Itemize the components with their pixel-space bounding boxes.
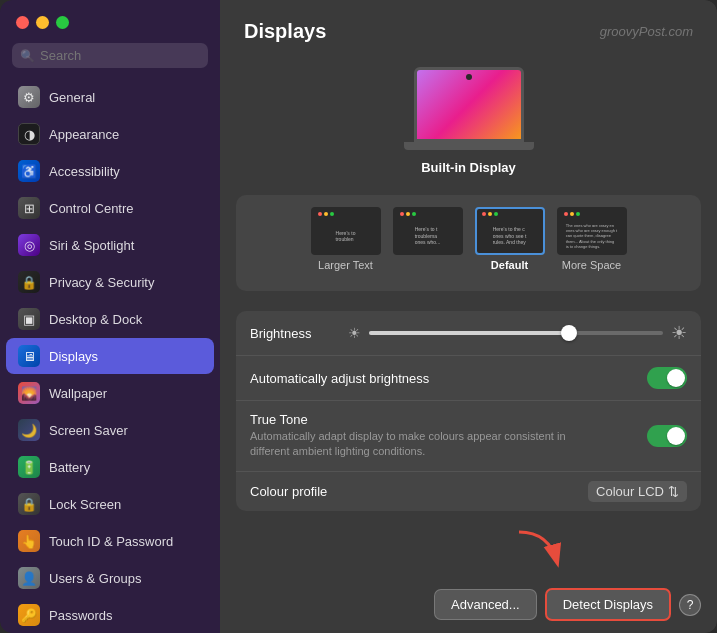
- close-button[interactable]: [16, 16, 29, 29]
- resolution-options: Here's totroublen Larger Text Here's to …: [248, 207, 689, 271]
- passwords-icon: 🔑: [18, 604, 40, 626]
- lock-icon: 🔒: [18, 493, 40, 515]
- true-tone-title: True Tone: [250, 412, 590, 427]
- brightness-high-icon: ☀: [671, 322, 687, 344]
- main-header: Displays groovyPost.com: [220, 0, 717, 57]
- sidebar-item-screensaver[interactable]: 🌙 Screen Saver: [6, 412, 214, 448]
- res-preview-more-space: The ones who are crazy enones who are cr…: [557, 207, 627, 255]
- main-content: Displays groovyPost.com Built-in Display…: [220, 0, 717, 633]
- privacy-icon: 🔒: [18, 271, 40, 293]
- sidebar-item-privacy[interactable]: 🔒 Privacy & Security: [6, 264, 214, 300]
- brightness-low-icon: ☀: [348, 325, 361, 341]
- brightness-slider[interactable]: [369, 331, 663, 335]
- displays-icon: 🖥: [18, 345, 40, 367]
- true-tone-label-group: True Tone Automatically adapt display to…: [250, 412, 590, 460]
- minimize-button[interactable]: [36, 16, 49, 29]
- res-label-default: Default: [491, 259, 528, 271]
- sidebar-label-accessibility: Accessibility: [49, 164, 120, 179]
- true-tone-row: True Tone Automatically adapt display to…: [236, 401, 701, 472]
- colour-profile-value-text: Colour LCD: [596, 484, 664, 499]
- sidebar-label-battery: Battery: [49, 460, 90, 475]
- sidebar-label-appearance: Appearance: [49, 127, 119, 142]
- users-icon: 👤: [18, 567, 40, 589]
- sidebar-label-wallpaper: Wallpaper: [49, 386, 107, 401]
- true-tone-toggle[interactable]: [647, 425, 687, 447]
- display-preview: Built-in Display: [220, 57, 717, 195]
- sidebar-label-screensaver: Screen Saver: [49, 423, 128, 438]
- search-icon: 🔍: [20, 49, 35, 63]
- resolution-medium[interactable]: Here's to ttroublemaones who...: [393, 207, 463, 271]
- sidebar-item-appearance[interactable]: ◑ Appearance: [6, 116, 214, 152]
- maximize-button[interactable]: [56, 16, 69, 29]
- brightness-thumb[interactable]: [561, 325, 577, 341]
- sidebar-item-users[interactable]: 👤 Users & Groups: [6, 560, 214, 596]
- battery-icon: 🔋: [18, 456, 40, 478]
- arrow-annotation: [509, 527, 569, 581]
- settings-section: Brightness ☀ ☀ Automatically adjust brig…: [236, 311, 701, 511]
- res-preview-medium: Here's to ttroublemaones who...: [393, 207, 463, 255]
- bottom-bar: Advanced... Detect Displays ?: [220, 576, 717, 633]
- sidebar-item-wallpaper[interactable]: 🌄 Wallpaper: [6, 375, 214, 411]
- brightness-row: Brightness ☀ ☀: [236, 311, 701, 356]
- sidebar-item-battery[interactable]: 🔋 Battery: [6, 449, 214, 485]
- wallpaper-icon: 🌄: [18, 382, 40, 404]
- sidebar-label-privacy: Privacy & Security: [49, 275, 154, 290]
- sidebar-label-siri: Siri & Spotlight: [49, 238, 134, 253]
- laptop-base: [404, 142, 534, 150]
- colour-profile-label: Colour profile: [250, 484, 327, 499]
- accessibility-icon: ♿: [18, 160, 40, 182]
- touchid-icon: 👆: [18, 530, 40, 552]
- search-input[interactable]: [40, 48, 200, 63]
- traffic-lights: [0, 0, 220, 39]
- sidebar-item-accessibility[interactable]: ♿ Accessibility: [6, 153, 214, 189]
- general-icon: ⚙: [18, 86, 40, 108]
- watermark: groovyPost.com: [600, 24, 693, 39]
- sidebar-item-passwords[interactable]: 🔑 Passwords: [6, 597, 214, 633]
- help-button[interactable]: ?: [679, 594, 701, 616]
- colour-profile-dropdown[interactable]: Colour LCD ⇅: [588, 481, 687, 502]
- brightness-fill: [369, 331, 569, 335]
- res-label-more-space: More Space: [562, 259, 621, 271]
- colour-profile-row: Colour profile Colour LCD ⇅: [236, 472, 701, 511]
- control-icon: ⊞: [18, 197, 40, 219]
- resolution-more-space[interactable]: The ones who are crazy enones who are cr…: [557, 207, 627, 271]
- auto-brightness-title: Automatically adjust brightness: [250, 371, 429, 386]
- advanced-button[interactable]: Advanced...: [434, 589, 537, 620]
- sidebar: 🔍 ⚙ General ◑ Appearance ♿ Accessibility…: [0, 0, 220, 633]
- true-tone-subtitle: Automatically adapt display to make colo…: [250, 429, 590, 460]
- sidebar-label-passwords: Passwords: [49, 608, 113, 623]
- sidebar-label-general: General: [49, 90, 95, 105]
- brightness-label: Brightness: [250, 326, 340, 341]
- auto-brightness-label-group: Automatically adjust brightness: [250, 371, 429, 386]
- sidebar-label-desktop: Desktop & Dock: [49, 312, 142, 327]
- resolution-default[interactable]: Here's to the cones who see trules. And …: [475, 207, 545, 271]
- page-title: Displays: [244, 20, 326, 43]
- sidebar-label-control: Control Centre: [49, 201, 134, 216]
- siri-icon: ◎: [18, 234, 40, 256]
- sidebar-label-displays: Displays: [49, 349, 98, 364]
- sidebar-item-siri[interactable]: ◎ Siri & Spotlight: [6, 227, 214, 263]
- sidebar-items: ⚙ General ◑ Appearance ♿ Accessibility ⊞…: [0, 78, 220, 633]
- colour-profile-chevron-icon: ⇅: [668, 484, 679, 499]
- display-name: Built-in Display: [421, 160, 516, 175]
- sidebar-item-control[interactable]: ⊞ Control Centre: [6, 190, 214, 226]
- resolution-section: Here's totroublen Larger Text Here's to …: [236, 195, 701, 291]
- laptop-display-screen: [414, 67, 524, 142]
- sidebar-item-touchid[interactable]: 👆 Touch ID & Password: [6, 523, 214, 559]
- sidebar-item-lock[interactable]: 🔒 Lock Screen: [6, 486, 214, 522]
- sidebar-item-displays[interactable]: 🖥 Displays: [6, 338, 214, 374]
- res-preview-default: Here's to the cones who see trules. And …: [475, 207, 545, 255]
- search-bar[interactable]: 🔍: [12, 43, 208, 68]
- appearance-icon: ◑: [18, 123, 40, 145]
- sidebar-item-desktop[interactable]: ▣ Desktop & Dock: [6, 301, 214, 337]
- auto-brightness-toggle[interactable]: [647, 367, 687, 389]
- sidebar-label-users: Users & Groups: [49, 571, 141, 586]
- sidebar-label-lock: Lock Screen: [49, 497, 121, 512]
- sidebar-item-general[interactable]: ⚙ General: [6, 79, 214, 115]
- auto-brightness-row: Automatically adjust brightness: [236, 356, 701, 401]
- resolution-larger[interactable]: Here's totroublen Larger Text: [311, 207, 381, 271]
- res-preview-larger: Here's totroublen: [311, 207, 381, 255]
- res-label-larger: Larger Text: [318, 259, 373, 271]
- desktop-icon: ▣: [18, 308, 40, 330]
- detect-displays-button[interactable]: Detect Displays: [545, 588, 671, 621]
